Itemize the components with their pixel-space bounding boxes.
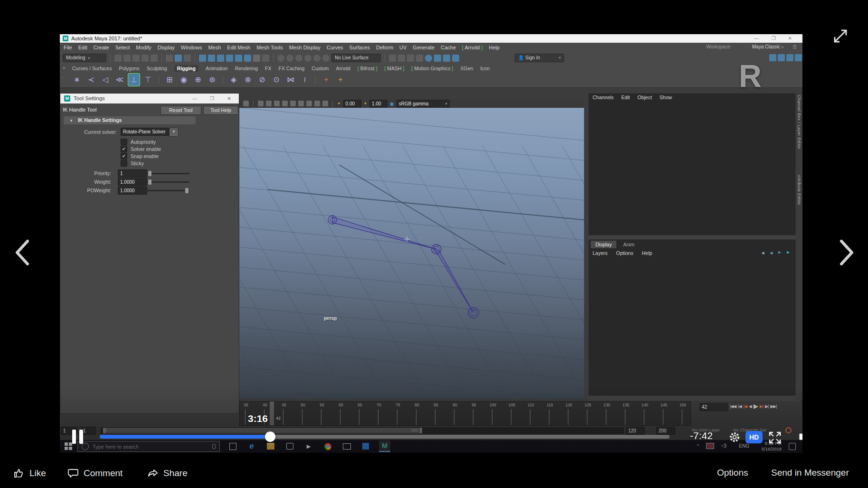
pane-layout-3-icon[interactable] bbox=[786, 54, 793, 61]
current-frame-field[interactable]: 42 bbox=[699, 403, 728, 411]
solver-dropdown-arrow[interactable]: ▼ bbox=[169, 128, 179, 137]
live-surface-2-icon[interactable] bbox=[295, 55, 302, 62]
channel-box-menu-edit[interactable]: Edit bbox=[621, 94, 630, 100]
menu-curves[interactable]: Curves bbox=[327, 45, 343, 50]
shelf-tab-custom[interactable]: Custom bbox=[311, 66, 329, 71]
channel-box-menu-channels[interactable]: Channels bbox=[593, 94, 613, 100]
snap-grid-icon[interactable] bbox=[199, 55, 206, 62]
taskbar-chrome-icon[interactable] bbox=[322, 441, 333, 452]
snap-curve-icon[interactable] bbox=[208, 55, 215, 62]
isolate-select-icon[interactable] bbox=[290, 101, 296, 106]
detach-skin-icon[interactable]: ⊗ bbox=[242, 74, 254, 86]
tab-attribute-editor[interactable]: Attribute Editor bbox=[797, 175, 802, 205]
menu-cache[interactable]: Cache bbox=[441, 45, 456, 50]
shelf-tab-arnold[interactable]: Arnold bbox=[336, 66, 350, 71]
layer-tab-anim[interactable]: Anim bbox=[618, 241, 639, 248]
viewport-panel[interactable]: ✦ 0.00 ✦ 1.00 ◉ sRGB gamma▾ bbox=[239, 100, 584, 399]
textured-icon[interactable] bbox=[314, 101, 320, 106]
menu-file[interactable]: File bbox=[64, 45, 72, 50]
play-backwards-button[interactable]: ◀ bbox=[749, 404, 752, 409]
step-forward-key-button[interactable]: ▶| bbox=[760, 404, 763, 409]
channel-box-menu-show[interactable]: Show bbox=[660, 94, 672, 100]
insert-joint-tool-icon[interactable]: ≪ bbox=[114, 74, 125, 86]
anim-end-field[interactable]: 200 bbox=[656, 427, 675, 435]
menu-help[interactable]: Help bbox=[489, 45, 500, 50]
step-back-frame-button[interactable]: |◀ bbox=[738, 404, 741, 409]
shelf-tab-rigging[interactable]: Rigging bbox=[174, 65, 198, 72]
make-live-icon[interactable] bbox=[235, 55, 242, 62]
workspace-dropdown[interactable]: Maya Classic ▾ bbox=[752, 44, 783, 49]
previous-video-chevron[interactable] bbox=[11, 237, 32, 270]
new-layer-icon[interactable]: ◄ bbox=[786, 250, 791, 255]
highlight-selection-icon[interactable] bbox=[262, 55, 269, 62]
softmod-deformer-icon[interactable]: ⊛ bbox=[207, 74, 218, 86]
minimize-button[interactable]: — bbox=[754, 36, 759, 41]
shelf-tab-rendering[interactable]: Rendering bbox=[235, 66, 258, 71]
taskbar-maya-icon[interactable]: M bbox=[379, 441, 390, 452]
pane-layout-4-icon[interactable] bbox=[795, 54, 802, 61]
slider-handle[interactable] bbox=[148, 171, 151, 176]
maximize-button[interactable]: ❐ bbox=[772, 36, 776, 41]
mirror-skin-weights-icon[interactable]: ⊙ bbox=[271, 74, 282, 86]
set-driven-key-tool-icon[interactable]: + bbox=[335, 74, 346, 86]
range-bar-end-handle[interactable] bbox=[420, 428, 422, 433]
playback-end-field[interactable]: 120 bbox=[626, 427, 645, 435]
snap-point-icon[interactable] bbox=[217, 55, 224, 62]
hd-quality-badge[interactable]: HD bbox=[745, 431, 763, 443]
viewport-canvas[interactable]: persp bbox=[239, 108, 584, 399]
taskbar-store-icon[interactable] bbox=[284, 441, 295, 452]
comment-button[interactable]: Comment bbox=[67, 468, 123, 479]
checkbox-sticky[interactable] bbox=[121, 160, 127, 167]
menu-modify[interactable]: Modify bbox=[136, 45, 151, 50]
bookmark-icon[interactable] bbox=[258, 101, 264, 106]
menu-uv[interactable]: UV bbox=[399, 45, 406, 50]
ipr-render-icon[interactable] bbox=[407, 55, 414, 62]
action-center-icon[interactable] bbox=[789, 443, 796, 450]
time-slider[interactable]: 3540455055606570758085909510010511011512… bbox=[239, 401, 691, 426]
taskbar-search-box[interactable]: Type here to search bbox=[77, 441, 220, 452]
shelf-tab-bifrost[interactable]: [ Bifrost ] bbox=[358, 66, 377, 71]
taskbar-task-view-icon[interactable] bbox=[227, 441, 238, 452]
menu-surfaces[interactable]: Surfaces bbox=[349, 45, 370, 50]
menu-edit-mesh[interactable]: Edit Mesh bbox=[227, 45, 250, 50]
menu-edit[interactable]: Edit bbox=[78, 45, 87, 50]
lock-selection-icon[interactable] bbox=[253, 55, 260, 62]
menu-mesh-tools[interactable]: Mesh Tools bbox=[256, 45, 283, 50]
share-button[interactable]: Share bbox=[147, 468, 188, 479]
shelf-menu-icon[interactable]: ≡ bbox=[63, 66, 65, 70]
panel-maximize-icon[interactable]: ❐ bbox=[210, 96, 214, 101]
cluster-deformer-icon[interactable]: ⊕ bbox=[192, 74, 204, 86]
new-scene-icon[interactable] bbox=[114, 55, 122, 62]
menu-arnold[interactable]: [ Arnold ] bbox=[462, 45, 482, 50]
render-view-icon[interactable] bbox=[389, 55, 396, 62]
smooth-skin-icon[interactable]: ≀ bbox=[299, 74, 311, 86]
shelf-tab-xgen[interactable]: XGen bbox=[461, 66, 473, 71]
layer-menu-help[interactable]: Help bbox=[642, 250, 652, 256]
checkbox-snap-enable[interactable]: ✓ bbox=[121, 153, 127, 160]
menu-windows[interactable]: Windows bbox=[181, 45, 202, 50]
microphone-icon[interactable] bbox=[212, 444, 216, 449]
reset-tool-button[interactable]: Reset Tool bbox=[160, 106, 201, 115]
ik-handle-settings-header[interactable]: ▼IK Handle Settings bbox=[64, 116, 196, 124]
weight-slider[interactable] bbox=[147, 181, 189, 183]
tool-settings-title-bar[interactable]: M Tool Settings — ❐ ✕ bbox=[60, 94, 239, 103]
live-surface-1-icon[interactable] bbox=[286, 55, 293, 62]
render-current-frame-icon[interactable] bbox=[398, 55, 405, 62]
taskbar-movies-tv-icon[interactable]: ▶ bbox=[303, 441, 314, 452]
shelf-tab-mash[interactable]: [ MASH ] bbox=[384, 66, 404, 71]
copy-skin-weights-icon[interactable]: ⋈ bbox=[285, 74, 296, 86]
live-surface-3-icon[interactable] bbox=[304, 55, 311, 62]
taskbar-file-explorer-icon[interactable] bbox=[265, 441, 276, 452]
construction-history-icon[interactable] bbox=[277, 55, 284, 62]
oversample-icon[interactable] bbox=[282, 101, 288, 106]
shelf-tab-fx[interactable]: FX bbox=[265, 66, 271, 71]
lighting-icon[interactable] bbox=[322, 101, 328, 106]
channel-box-menu-object[interactable]: Object bbox=[637, 94, 651, 100]
open-scene-icon[interactable] bbox=[123, 55, 131, 62]
layer-tab-display[interactable]: Display bbox=[591, 241, 616, 248]
shelf-tab-icon[interactable]: Icon bbox=[480, 66, 490, 71]
wireframe-icon[interactable] bbox=[298, 101, 304, 106]
panel-close-icon[interactable]: ✕ bbox=[227, 96, 231, 101]
go-to-start-button[interactable]: |◀◀ bbox=[730, 404, 736, 409]
go-to-end-button[interactable]: ▶▶| bbox=[770, 404, 776, 409]
